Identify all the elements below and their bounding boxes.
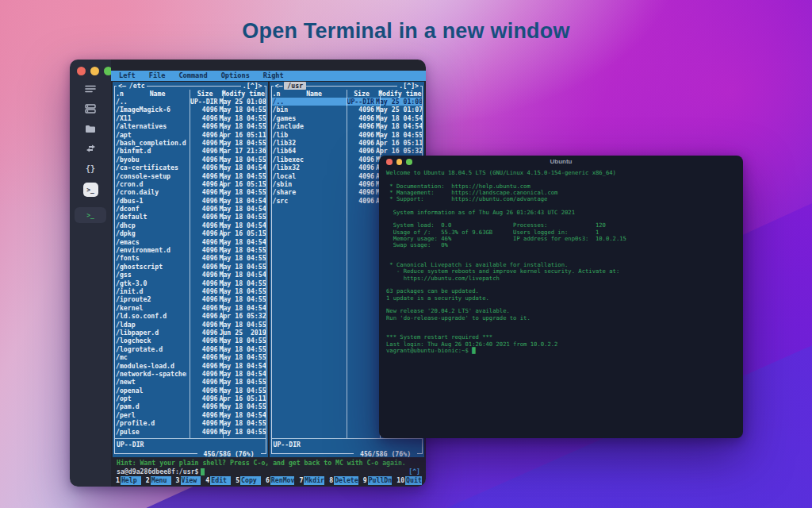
- menu-item[interactable]: Command: [178, 71, 207, 79]
- mc-hint: Hint: Want your plain shell? Press C-o, …: [117, 459, 420, 467]
- column-divider: [190, 90, 190, 438]
- panel-path[interactable]: /usr: [284, 82, 306, 90]
- column-divider: [347, 90, 347, 438]
- function-key[interactable]: 4Edit: [205, 476, 231, 485]
- function-key[interactable]: 2Menu: [145, 476, 171, 485]
- mc-left-panel: <— /etc .[^]> .n Name Size Modify time: [113, 82, 268, 457]
- terminal-titlebar: Ubuntu: [379, 156, 743, 167]
- column-divider: [223, 90, 224, 438]
- minimize-button[interactable]: [90, 67, 99, 75]
- column-size[interactable]: Size: [346, 90, 378, 98]
- close-button[interactable]: [386, 159, 393, 165]
- function-key[interactable]: 6RenMov: [265, 476, 295, 485]
- column-sort[interactable]: .n: [272, 90, 283, 98]
- panel-arrow: <—: [274, 82, 285, 90]
- close-button[interactable]: [77, 67, 86, 75]
- terminal-line: [386, 321, 736, 328]
- disk-usage: 45G/58G (76%): [197, 450, 261, 457]
- hosts-icon[interactable]: [83, 103, 98, 114]
- ubuntu-terminal-window[interactable]: Ubuntu Welcome to Ubuntu 18.04.5 LTS (GN…: [379, 156, 743, 438]
- menu-item[interactable]: Right: [263, 71, 284, 79]
- panel-arrow: <—: [117, 82, 128, 90]
- menu-item[interactable]: Options: [221, 71, 250, 79]
- menu-icon[interactable]: [83, 83, 98, 94]
- mini-status: UP--DIR: [117, 441, 144, 448]
- snippets-icon[interactable]: {}: [83, 163, 98, 174]
- function-key[interactable]: 10Quit: [396, 476, 422, 485]
- panel-path[interactable]: /etc: [128, 82, 147, 90]
- folder-icon[interactable]: [83, 123, 98, 134]
- terminal-line: Swap usage: 0%: [386, 242, 736, 248]
- terminal-line: [386, 249, 736, 256]
- terminal-line: 1 update is a security update.: [386, 295, 736, 302]
- cursor: [201, 468, 205, 475]
- column-name[interactable]: Name: [283, 90, 346, 98]
- mini-status: UP--DIR: [274, 441, 301, 448]
- status-divider: [272, 438, 423, 439]
- app-sidebar: {} >_ >_: [70, 60, 111, 487]
- port-forwarding-icon[interactable]: [83, 143, 98, 154]
- prompt-text: sa@d9a286dbee8f:/usr$: [117, 468, 199, 475]
- shell-prompt[interactable]: sa@d9a286dbee8f:/usr$ [^]: [117, 468, 420, 475]
- function-key[interactable]: 5Copy: [235, 476, 261, 485]
- terminal-line: System information as of Thu Aug 26 01:2…: [386, 210, 736, 216]
- function-key[interactable]: 3View: [175, 476, 201, 485]
- prompt-corner: [^]: [408, 468, 420, 475]
- function-key[interactable]: 8Delete: [328, 476, 358, 485]
- status-divider: [115, 438, 266, 439]
- function-key-bar: 1Help 2Menu 3View 4Edit 5Cop: [115, 476, 422, 485]
- function-key[interactable]: 1Help: [115, 476, 141, 485]
- page-title: Open Terminal in a new window: [0, 19, 812, 44]
- terminal-session-icon[interactable]: >_: [75, 207, 106, 223]
- desktop: Open Terminal in a new window: [0, 0, 812, 508]
- column-size[interactable]: Size: [189, 90, 221, 98]
- panel-corner[interactable]: .[^]>: [397, 82, 420, 90]
- terminal-line: * Support: https://ubuntu.com/advantage: [386, 196, 736, 202]
- panel-title: <— /etc .[^]>: [117, 82, 264, 90]
- menu-item[interactable]: File: [149, 71, 166, 79]
- function-key[interactable]: 7Mkdir: [298, 476, 324, 485]
- terminal-output: Welcome to Ubuntu 18.04.5 LTS (GNU/Linux…: [379, 167, 743, 356]
- function-key[interactable]: 9PullDn: [362, 476, 393, 485]
- panel-title: <— /usr .[^]>: [274, 82, 421, 90]
- minimize-button[interactable]: [396, 159, 403, 165]
- column-name[interactable]: Name: [126, 90, 189, 98]
- disk-usage: 45G/58G (76%): [354, 450, 417, 457]
- column-mtime[interactable]: Modify time: [378, 90, 423, 98]
- mc-menubar: LeftFileCommandOptionsRight: [111, 71, 426, 81]
- terminal-line: https://ubuntu.com/livepatch: [386, 275, 736, 282]
- menu-item[interactable]: Left: [119, 71, 136, 79]
- terminal-line: Run 'do-release-upgrade' to upgrade to i…: [386, 315, 736, 321]
- terminal-title: Ubuntu: [550, 158, 573, 165]
- mc-window: {} >_ >_ LeftFileCommandOptionsRight <— …: [70, 60, 426, 487]
- terminal-line: Welcome to Ubuntu 18.04.5 LTS (GNU/Linux…: [386, 170, 736, 176]
- window-controls: [386, 159, 412, 165]
- panel-corner[interactable]: .[^]>: [241, 82, 264, 90]
- terminal-line: vagrant@ubuntu-bionic:~$ █: [386, 348, 736, 354]
- terminal-icon[interactable]: >_: [83, 183, 98, 197]
- window-controls: [77, 67, 113, 75]
- column-sort[interactable]: .n: [115, 90, 126, 98]
- zoom-button[interactable]: [406, 159, 412, 165]
- column-mtime[interactable]: Modify time: [221, 90, 266, 98]
